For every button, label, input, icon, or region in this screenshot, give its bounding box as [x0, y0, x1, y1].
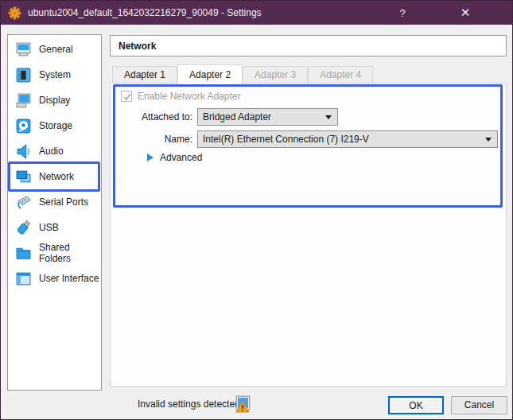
sidebar-item-label: Audio: [39, 146, 64, 157]
sidebar-item-user-interface[interactable]: User Interface: [8, 266, 101, 291]
serial-ports-icon: [15, 194, 32, 211]
display-icon: [15, 92, 32, 109]
sidebar-item-usb[interactable]: USB: [8, 215, 101, 240]
sidebar-item-label: Display: [39, 95, 70, 106]
settings-category-sidebar: General System Display: [7, 34, 102, 391]
settings-window: ubuntu2004_default_1642032216279_90049 -…: [0, 0, 513, 420]
advanced-label: Advanced: [160, 152, 202, 163]
shared-folders-icon: [15, 245, 32, 262]
name-label: Name:: [111, 130, 192, 148]
user-interface-icon: [15, 270, 32, 287]
sidebar-item-label: User Interface: [39, 273, 99, 284]
sidebar-item-storage[interactable]: Storage: [8, 113, 101, 138]
sidebar-item-audio[interactable]: Audio: [8, 138, 101, 164]
close-button[interactable]: ✕: [452, 1, 479, 25]
network-icon: [15, 169, 32, 185]
cancel-button[interactable]: Cancel: [451, 396, 507, 414]
invalid-settings-status: Invalid settings detected: [138, 399, 240, 410]
page-header: Network: [110, 35, 507, 56]
sidebar-item-general[interactable]: General: [8, 37, 101, 62]
enable-network-adapter-row: Enable Network Adapter: [121, 91, 240, 102]
sidebar-item-label: Network: [39, 171, 74, 182]
enable-network-adapter-checkbox[interactable]: [121, 91, 132, 102]
adapter-name-dropdown[interactable]: Intel(R) Ethernet Connection (7) I219-V: [197, 130, 498, 148]
sidebar-item-network[interactable]: Network: [8, 164, 101, 189]
adapter-tabs: Adapter 1 Adapter 2 Adapter 3 Adapter 4: [112, 64, 373, 84]
titlebar: ubuntu2004_default_1642032216279_90049 -…: [1, 1, 512, 25]
general-icon: [15, 41, 32, 58]
usb-icon: [15, 220, 32, 236]
page-title: Network: [119, 41, 156, 52]
warning-icon: [235, 395, 252, 413]
system-icon: [15, 67, 32, 84]
sidebar-item-serial-ports[interactable]: Serial Ports: [8, 189, 101, 215]
sidebar-item-display[interactable]: Display: [8, 88, 101, 113]
sidebar-item-label: Serial Ports: [39, 196, 88, 208]
tab-adapter-2[interactable]: Adapter 2: [177, 64, 243, 84]
expand-arrow-icon: [147, 154, 154, 161]
sidebar-item-system[interactable]: System: [8, 62, 101, 88]
sidebar-item-label: Shared Folders: [39, 242, 101, 264]
enable-network-adapter-label: Enable Network Adapter: [138, 91, 240, 102]
chevron-down-icon: [485, 138, 492, 142]
attached-to-dropdown[interactable]: Bridged Adapter: [197, 108, 338, 126]
adapter-name-value: Intel(R) Ethernet Connection (7) I219-V: [203, 134, 369, 145]
ok-button[interactable]: OK: [388, 396, 444, 414]
chevron-down-icon: [325, 115, 332, 119]
checkmark-icon: [122, 92, 132, 102]
tab-adapter-3: Adapter 3: [243, 66, 308, 84]
sidebar-item-label: System: [39, 69, 71, 80]
settings-gear-icon: [8, 6, 21, 20]
storage-icon: [15, 118, 32, 134]
attached-to-label: Attached to:: [111, 108, 192, 126]
sidebar-item-label: General: [39, 44, 73, 55]
window-title: ubuntu2004_default_1642032216279_90049 -…: [28, 7, 262, 18]
audio-icon: [15, 143, 32, 160]
tab-adapter-1[interactable]: Adapter 1: [112, 66, 177, 84]
tab-adapter-4: Adapter 4: [308, 66, 373, 84]
sidebar-item-label: Storage: [39, 120, 72, 131]
sidebar-item-shared-folders[interactable]: Shared Folders: [8, 240, 101, 266]
attached-to-value: Bridged Adapter: [203, 111, 271, 122]
advanced-expander[interactable]: Advanced: [147, 152, 202, 163]
help-button[interactable]: ?: [389, 1, 416, 25]
adapter-2-panel: Enable Network Adapter Attached to: Brid…: [110, 83, 507, 387]
sidebar-item-label: USB: [39, 222, 59, 233]
